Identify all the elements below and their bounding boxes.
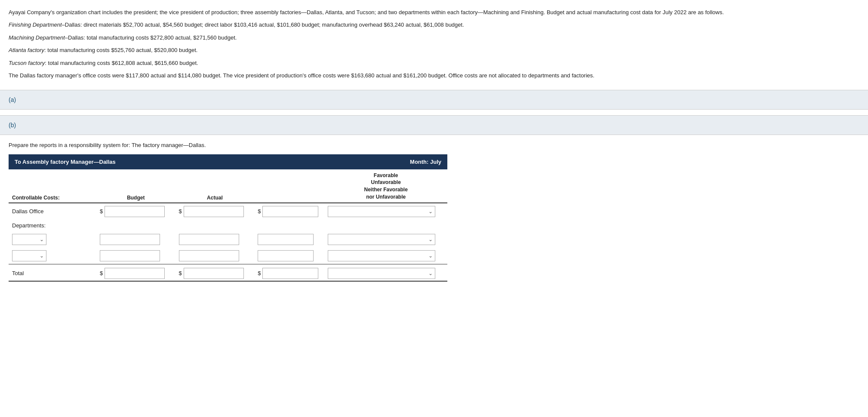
col-header-variance-amount	[254, 169, 324, 203]
tucson-factory-line: Tucson factory: total manufacturing cost…	[9, 58, 859, 67]
dept2-actual-input[interactable]	[179, 250, 239, 261]
office-costs-line: The Dallas factory manager's office cost…	[9, 71, 859, 80]
departments-label: Departments:	[9, 220, 96, 231]
dept2-actual-cell	[175, 248, 255, 264]
dept1-variance-type-cell: Favorable Unfavorable Neither Favorable …	[324, 231, 447, 248]
dept1-variance-type-wrapper: Favorable Unfavorable Neither Favorable …	[328, 234, 435, 245]
section-a-divider	[0, 110, 868, 116]
total-variance-input[interactable]	[262, 268, 318, 279]
dept1-variance-input[interactable]	[258, 234, 314, 245]
dallas-office-variance-amount-cell: $	[254, 203, 324, 220]
total-budget-cell: $	[96, 264, 175, 281]
dallas-office-actual-wrapper: $	[179, 206, 251, 217]
total-variance-wrapper: $	[258, 268, 321, 279]
total-label: Total	[9, 264, 96, 281]
section-a-header: (a)	[0, 90, 868, 110]
total-row: Total $ $ $	[9, 264, 447, 281]
dept1-variance-dropdown[interactable]: Favorable Unfavorable Neither Favorable …	[328, 234, 435, 245]
atlanta-factory-line: Atlanta factory: total manufacturing cos…	[9, 46, 859, 55]
dallas-office-budget-input[interactable]	[105, 206, 165, 217]
dallas-office-variance-type-cell: Favorable Unfavorable Neither Favorable …	[324, 203, 447, 220]
total-actual-input[interactable]	[184, 268, 244, 279]
dept2-name-cell: Machining Finishing ⌄	[9, 248, 96, 264]
dept1-name-dropdown[interactable]: Machining Finishing	[12, 234, 46, 245]
total-budget-wrapper: $	[100, 268, 172, 279]
total-variance-amount-cell: $	[254, 264, 324, 281]
atlanta-factory-label: Atlanta factory	[9, 47, 44, 53]
finishing-dept-line: Finishing Department–Dallas: direct mate…	[9, 20, 859, 29]
total-variance-type-cell: Favorable Unfavorable Neither Favorable …	[324, 264, 447, 281]
dept1-budget-cell	[96, 231, 175, 248]
dept2-name-wrapper: Machining Finishing ⌄	[12, 250, 46, 261]
total-actual-dollar: $	[179, 270, 182, 276]
table-month: Month: July	[324, 154, 447, 169]
dept-label-type-spacer	[324, 220, 447, 231]
total-variance-dollar: $	[258, 270, 261, 276]
section-b-header: (b)	[0, 116, 868, 135]
total-budget-input[interactable]	[105, 268, 165, 279]
col-header-actual: Actual	[175, 169, 255, 203]
machining-dept-dash: –Dallas: total manufacturing costs $272,…	[65, 34, 237, 41]
problem-text-section: Ayayai Company's organization chart incl…	[0, 0, 868, 90]
dallas-office-variance-input[interactable]	[262, 206, 318, 217]
tucson-factory-label: Tucson factory	[9, 60, 45, 66]
dept2-name-dropdown[interactable]: Machining Finishing	[12, 250, 46, 261]
dept2-variance-type-cell: Favorable Unfavorable Neither Favorable …	[324, 248, 447, 264]
dallas-office-row: Dallas Office $ $ $	[9, 203, 447, 220]
total-budget-dollar: $	[100, 270, 103, 276]
report-table: To Assembly factory Manager—Dallas Month…	[9, 154, 447, 282]
dallas-office-actual-dollar: $	[179, 208, 182, 215]
machining-dept-line: Machining Department–Dallas: total manuf…	[9, 33, 859, 42]
dept2-variance-input[interactable]	[258, 250, 314, 261]
finishing-dept-dash: –Dallas: direct materials $52,700 actual…	[62, 21, 464, 28]
finishing-dept-label: Finishing Department	[9, 21, 62, 28]
total-actual-cell: $	[175, 264, 255, 281]
dallas-office-variance-dollar: $	[258, 208, 261, 215]
section-b-body: Prepare the reports in a responsibility …	[0, 135, 868, 294]
dept-label-budget-spacer	[96, 220, 175, 231]
dept1-actual-input[interactable]	[179, 234, 239, 245]
dept1-variance-amount-cell	[254, 231, 324, 248]
dept2-variance-dropdown[interactable]: Favorable Unfavorable Neither Favorable …	[328, 250, 435, 261]
col-header-controllable: Controllable Costs:	[9, 169, 96, 203]
dallas-office-dropdown-wrapper: Favorable Unfavorable Neither Favorable …	[328, 206, 435, 217]
dept1-actual-cell	[175, 231, 255, 248]
dept2-variance-type-wrapper: Favorable Unfavorable Neither Favorable …	[328, 250, 435, 261]
table-title: To Assembly factory Manager—Dallas	[9, 154, 324, 169]
department-row-2: Machining Finishing ⌄ Favorabl	[9, 248, 447, 264]
dallas-office-label: Dallas Office	[9, 203, 96, 220]
machining-dept-label: Machining Department	[9, 34, 65, 41]
dept-label-actual-spacer	[175, 220, 255, 231]
dallas-office-actual-input[interactable]	[184, 206, 244, 217]
instruction-text: Prepare the reports in a responsibility …	[9, 142, 859, 148]
dallas-office-budget-cell: $	[96, 203, 175, 220]
dept2-budget-input[interactable]	[100, 250, 160, 261]
dept1-name-cell: Machining Finishing ⌄	[9, 231, 96, 248]
dallas-office-budget-wrapper: $	[100, 206, 172, 217]
departments-label-row: Departments:	[9, 220, 447, 231]
dept-label-var-spacer	[254, 220, 324, 231]
dept2-budget-cell	[96, 248, 175, 264]
dallas-office-budget-dollar: $	[100, 208, 103, 215]
dallas-office-actual-cell: $	[175, 203, 255, 220]
dept2-variance-amount-cell	[254, 248, 324, 264]
dept1-name-wrapper: Machining Finishing ⌄	[12, 234, 46, 245]
col-header-budget: Budget	[96, 169, 175, 203]
dallas-office-variance-dropdown[interactable]: Favorable Unfavorable Neither Favorable …	[328, 206, 435, 217]
total-actual-wrapper: $	[179, 268, 251, 279]
tucson-factory-rest: : total manufacturing costs $612,808 act…	[45, 60, 198, 66]
col-header-variance-type: FavorableUnfavorableNeither Favorablenor…	[324, 169, 447, 203]
dept1-budget-input[interactable]	[100, 234, 160, 245]
dallas-office-variance-wrapper: $	[258, 206, 321, 217]
total-variance-dropdown[interactable]: Favorable Unfavorable Neither Favorable …	[328, 268, 435, 279]
department-row-1: Machining Finishing ⌄ Favorabl	[9, 231, 447, 248]
total-variance-type-wrapper: Favorable Unfavorable Neither Favorable …	[328, 268, 435, 279]
intro-paragraph: Ayayai Company's organization chart incl…	[9, 8, 859, 17]
section-b-label: (b)	[9, 122, 16, 129]
table-title-row: To Assembly factory Manager—Dallas Month…	[9, 154, 447, 169]
atlanta-factory-rest: : total manufacturing costs $525,760 act…	[44, 47, 197, 53]
column-headers-row: Controllable Costs: Budget Actual Favora…	[9, 169, 447, 203]
section-a-label: (a)	[9, 96, 16, 103]
